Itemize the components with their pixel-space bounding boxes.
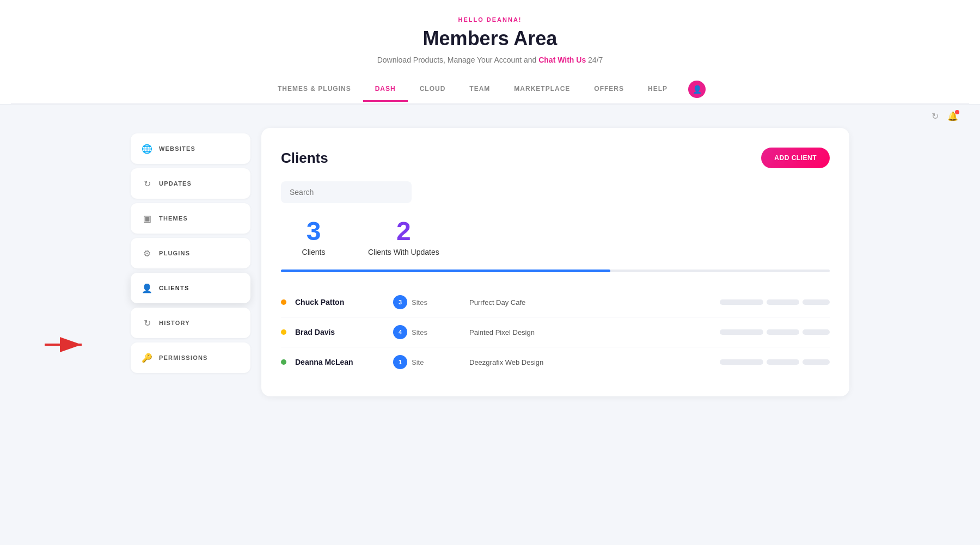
notification-dot: [955, 110, 959, 114]
nav-tab-dash[interactable]: DASH: [363, 77, 408, 102]
main-content: 🌐WEBSITES↻UPDATES▣THEMES⚙PLUGINS👤CLIENTS…: [109, 128, 871, 418]
refresh-icon[interactable]: ↻: [932, 111, 939, 121]
sidebar-item-websites[interactable]: 🌐WEBSITES: [131, 133, 250, 164]
clients-stat: 3 Clients: [281, 218, 346, 256]
client-company: Deezgrafix Web Design: [469, 358, 720, 366]
action-pill-2: [767, 359, 799, 365]
action-pill-1: [720, 359, 763, 365]
clients-list: Chuck Patton 3 Sites Purrfect Day Cafe B…: [281, 287, 830, 377]
action-pill-2: [767, 329, 799, 335]
plugins-icon: ⚙: [142, 248, 152, 259]
updates-count: 2: [396, 218, 411, 244]
sidebar-item-clients[interactable]: 👤CLIENTS: [131, 273, 250, 303]
action-pill-1: [720, 329, 763, 335]
sites-label: Site: [412, 358, 424, 366]
subtitle: Download Products, Manage Your Account a…: [11, 56, 969, 64]
search-input[interactable]: [281, 181, 412, 203]
sidebar-label-clients: CLIENTS: [159, 285, 189, 291]
sidebar-item-themes[interactable]: ▣THEMES: [131, 203, 250, 234]
bell-icon[interactable]: 🔔: [947, 111, 958, 121]
sidebar-label-updates: UPDATES: [159, 180, 192, 187]
updates-label: Clients With Updates: [368, 248, 439, 256]
sites-badge: 4 Sites: [393, 325, 469, 339]
permissions-icon: 🔑: [142, 352, 152, 363]
sidebar-item-updates[interactable]: ↻UPDATES: [131, 168, 250, 199]
nav-tabs: THEMES & PLUGINSDASHCLOUDTEAMMARKETPLACE…: [11, 75, 969, 104]
panel-header: Clients ADD CLIENT: [281, 148, 830, 168]
status-dot: [281, 299, 286, 305]
client-name: Brad Davis: [295, 328, 393, 336]
progress-bar: [281, 270, 830, 272]
sidebar-item-permissions[interactable]: 🔑PERMISSIONS: [131, 342, 250, 373]
clients-icon: 👤: [142, 283, 152, 293]
themes-icon: ▣: [142, 213, 152, 224]
sites-badge: 1 Site: [393, 355, 469, 369]
sidebar-label-history: HISTORY: [159, 320, 190, 326]
sidebar-label-themes: THEMES: [159, 215, 188, 222]
sites-count: 4: [393, 325, 407, 339]
hello-text: HELLO DEANNA!: [11, 16, 969, 23]
status-dot: [281, 329, 286, 335]
client-actions: [720, 359, 830, 365]
client-name: Chuck Patton: [295, 298, 393, 307]
sites-badge: 3 Sites: [393, 295, 469, 309]
add-client-button[interactable]: ADD CLIENT: [761, 148, 830, 168]
top-bar: ↻ 🔔: [0, 105, 980, 128]
stats-row: 3 Clients 2 Clients With Updates: [281, 218, 830, 256]
client-company: Purrfect Day Cafe: [469, 298, 720, 307]
content-panel: Clients ADD CLIENT 3 Clients 2 Clients W…: [261, 128, 849, 396]
sidebar-item-plugins[interactable]: ⚙PLUGINS: [131, 238, 250, 268]
nav-tab-cloud[interactable]: CLOUD: [408, 77, 458, 102]
sidebar-label-permissions: PERMISSIONS: [159, 354, 208, 361]
avatar: 👤: [688, 81, 706, 98]
nav-tab-help[interactable]: HELP: [636, 77, 679, 102]
nav-tab-team[interactable]: TEAM: [457, 77, 502, 102]
sidebar-label-plugins: PLUGINS: [159, 250, 190, 256]
client-name: Deanna McLean: [295, 358, 393, 366]
updates-stat: 2 Clients With Updates: [368, 218, 439, 256]
sites-label: Sites: [412, 328, 427, 336]
chat-link[interactable]: Chat With Us: [538, 56, 586, 64]
client-row[interactable]: Chuck Patton 3 Sites Purrfect Day Cafe: [281, 287, 830, 317]
panel-title: Clients: [281, 150, 328, 167]
client-actions: [720, 329, 830, 335]
sidebar-label-websites: WEBSITES: [159, 145, 195, 152]
action-pill-1: [720, 299, 763, 305]
nav-tab-offers[interactable]: OFFERS: [582, 77, 636, 102]
sidebar: 🌐WEBSITES↻UPDATES▣THEMES⚙PLUGINS👤CLIENTS…: [131, 128, 250, 396]
red-arrow-indicator: [45, 336, 88, 355]
action-pill-2: [767, 299, 799, 305]
sidebar-item-history[interactable]: ↻HISTORY: [131, 308, 250, 338]
updates-icon: ↻: [142, 178, 152, 189]
header: HELLO DEANNA! Members Area Download Prod…: [0, 0, 980, 105]
client-company: Painted Pixel Design: [469, 328, 720, 336]
sites-label: Sites: [412, 298, 427, 307]
nav-avatar[interactable]: 👤: [679, 75, 714, 103]
sidebar-item-wrapper-history: ↻HISTORY: [131, 308, 250, 338]
subtitle-before: Download Products, Manage Your Account a…: [377, 56, 537, 64]
nav-tab-marketplace[interactable]: MARKETPLACE: [502, 77, 582, 102]
sidebar-item-wrapper-updates: ↻UPDATES: [131, 168, 250, 199]
action-pill-3: [803, 299, 830, 305]
page-title: Members Area: [11, 27, 969, 50]
client-row[interactable]: Brad Davis 4 Sites Painted Pixel Design: [281, 317, 830, 347]
websites-icon: 🌐: [142, 143, 152, 154]
sidebar-item-wrapper-plugins: ⚙PLUGINS: [131, 238, 250, 268]
client-actions: [720, 299, 830, 305]
sidebar-item-wrapper-themes: ▣THEMES: [131, 203, 250, 234]
status-dot: [281, 359, 286, 365]
nav-tab-themes-plugins[interactable]: THEMES & PLUGINS: [266, 77, 363, 102]
clients-label: Clients: [302, 248, 326, 256]
sites-count: 1: [393, 355, 407, 369]
clients-count: 3: [307, 218, 321, 244]
action-pill-3: [803, 359, 830, 365]
history-icon: ↻: [142, 317, 152, 328]
progress-bar-fill: [281, 270, 610, 272]
sidebar-item-wrapper-permissions: 🔑PERMISSIONS: [131, 342, 250, 373]
sites-count: 3: [393, 295, 407, 309]
subtitle-after: 24/7: [588, 56, 603, 64]
action-pill-3: [803, 329, 830, 335]
sidebar-item-wrapper-clients: 👤CLIENTS: [131, 273, 250, 303]
client-row[interactable]: Deanna McLean 1 Site Deezgrafix Web Desi…: [281, 347, 830, 377]
sidebar-item-wrapper-websites: 🌐WEBSITES: [131, 133, 250, 164]
